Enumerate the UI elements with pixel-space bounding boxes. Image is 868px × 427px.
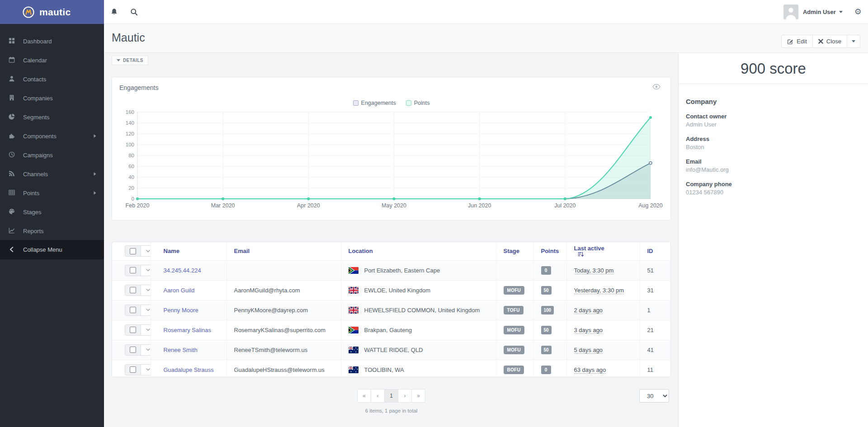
row-menu-button[interactable] xyxy=(141,325,151,335)
user-menu[interactable]: Admin User xyxy=(803,9,836,15)
checkbox-icon xyxy=(130,327,136,333)
last-active-link[interactable]: Yesterday, 3:30 pm xyxy=(574,287,624,294)
sidebar-item-label: Contacts xyxy=(23,76,46,83)
details-toggle-label: DETAILS xyxy=(123,58,143,63)
sidebar-item-calendar[interactable]: Calendar xyxy=(0,51,104,70)
row-menu-button[interactable] xyxy=(141,246,151,256)
contact-link[interactable]: Guadalupe Strauss xyxy=(164,366,214,373)
column-header-email[interactable]: Email xyxy=(226,242,341,260)
svg-text:Aug 2020: Aug 2020 xyxy=(638,202,663,209)
company-info: Company Contact ownerAdmin UserAddressBo… xyxy=(679,84,868,196)
pager-button--[interactable]: « xyxy=(357,389,371,403)
column-header-stage[interactable]: Stage xyxy=(496,242,533,260)
row-checkbox[interactable] xyxy=(125,285,141,296)
company-fields: Contact ownerAdmin UserAddressBostonEmai… xyxy=(686,113,861,196)
sidebar-item-segments[interactable]: Segments xyxy=(0,108,104,127)
stage-badge: TOFU xyxy=(504,306,524,314)
row-select-group xyxy=(125,285,151,296)
contact-link[interactable]: Renee Smith xyxy=(164,347,198,353)
gear-icon[interactable]: ⚙ xyxy=(854,8,862,16)
sidebar-item-reports[interactable]: Reports xyxy=(0,221,104,240)
column-header-last-active[interactable]: Last active xyxy=(566,242,640,260)
last-active-link[interactable]: Today, 3:30 pm xyxy=(574,267,614,274)
cell-name: Renee Smith xyxy=(151,340,226,360)
more-actions-button[interactable] xyxy=(847,35,860,48)
stage-badge: MOFU xyxy=(504,286,525,295)
mautic-logo[interactable]: mautic xyxy=(0,0,104,24)
engagements-chart: 020406080100120140160Feb 2020Mar 2020Apr… xyxy=(126,109,664,213)
details-toggle[interactable]: DETAILS xyxy=(112,56,148,65)
page-size-select[interactable]: 30 xyxy=(639,389,669,403)
legend-item-engagements[interactable]: Engagements xyxy=(353,100,396,106)
chevron-down-icon xyxy=(146,289,150,291)
checkbox-icon xyxy=(130,347,136,353)
last-active-link[interactable]: 63 days ago xyxy=(574,366,606,374)
user-area: Admin User ⚙ xyxy=(783,5,862,19)
sidebar-item-channels[interactable]: Channels xyxy=(0,164,104,183)
row-checkbox[interactable] xyxy=(125,246,141,256)
avatar[interactable] xyxy=(783,5,798,19)
svg-text:Feb 2020: Feb 2020 xyxy=(126,202,149,209)
row-checkbox[interactable] xyxy=(125,345,141,355)
chevron-down-icon xyxy=(146,368,150,371)
gb-flag-icon xyxy=(349,287,359,294)
contact-link[interactable]: Penny Moore xyxy=(164,307,198,314)
svg-text:80: 80 xyxy=(128,153,134,158)
sidebar-item-stages[interactable]: Stages xyxy=(0,202,104,221)
sidebar-item-components[interactable]: Components xyxy=(0,127,104,145)
column-header-points[interactable]: Points xyxy=(533,242,566,260)
cell-location: HEWELSFIELD COMMON, United Kingdom xyxy=(341,300,496,320)
building-icon xyxy=(9,94,16,102)
row-select-group xyxy=(125,344,151,356)
sidebar-item-points[interactable]: Points xyxy=(0,183,104,202)
pager-button--[interactable]: ‹ xyxy=(371,389,385,403)
legend-item-points[interactable]: Points xyxy=(406,100,430,106)
cell-id: 11 xyxy=(640,360,670,377)
submenu-caret-icon xyxy=(93,191,97,195)
cell-stage: BOFU xyxy=(496,360,533,377)
row-select-cell xyxy=(112,260,151,280)
stage-badge: MOFU xyxy=(504,346,525,354)
last-active-link[interactable]: 3 days ago xyxy=(574,327,603,334)
search-button[interactable] xyxy=(124,0,144,23)
edit-button[interactable]: Edit xyxy=(781,35,812,48)
row-checkbox[interactable] xyxy=(125,325,141,335)
row-menu-button[interactable] xyxy=(141,365,151,375)
row-checkbox[interactable] xyxy=(125,265,141,276)
row-checkbox[interactable] xyxy=(125,305,141,315)
cell-id: 51 xyxy=(640,260,670,280)
contact-link[interactable]: 34.245.44.224 xyxy=(164,267,201,274)
contact-link[interactable]: Rosemary Salinas xyxy=(164,327,212,333)
notifications-button[interactable] xyxy=(104,0,124,23)
collapse-menu-button[interactable]: Collapse Menu xyxy=(0,240,104,259)
pager-button-page-1[interactable]: 1 xyxy=(384,389,398,403)
checkbox-icon xyxy=(130,248,136,254)
sidebar-item-companies[interactable]: Companies xyxy=(0,89,104,108)
table-body: 34.245.44.224Port Elizabeth, Eastern Cap… xyxy=(112,260,670,377)
mautic-logo-icon xyxy=(22,5,35,19)
close-button[interactable]: Close xyxy=(812,35,847,48)
points-badge: 50 xyxy=(541,326,552,334)
pagination: «‹1›» xyxy=(112,389,671,403)
row-menu-button[interactable] xyxy=(141,285,151,296)
cell-location: Brakpan, Gauteng xyxy=(341,320,496,340)
row-select-cell xyxy=(112,340,151,360)
pager-button--[interactable]: » xyxy=(411,389,425,403)
row-menu-button[interactable] xyxy=(141,265,151,276)
eye-icon[interactable] xyxy=(652,84,660,90)
column-header-location[interactable]: Location xyxy=(341,242,496,260)
last-active-link[interactable]: 2 days ago xyxy=(574,307,603,314)
last-active-link[interactable]: 5 days ago xyxy=(574,347,603,354)
row-menu-button[interactable] xyxy=(141,345,151,355)
sidebar-item-dashboard[interactable]: Dashboard xyxy=(0,32,104,51)
column-header-name[interactable]: Name xyxy=(151,242,226,260)
sidebar-item-campaigns[interactable]: Campaigns xyxy=(0,145,104,164)
column-header-id[interactable]: ID xyxy=(640,242,670,260)
contacts-table-panel: NameEmailLocationStagePointsLast activeI… xyxy=(112,242,671,377)
pager-button--[interactable]: › xyxy=(398,389,412,403)
sidebar-item-contacts[interactable]: Contacts xyxy=(0,70,104,89)
contact-link[interactable]: Aaron Guild xyxy=(164,287,195,294)
row-menu-button[interactable] xyxy=(141,305,151,315)
row-checkbox[interactable] xyxy=(125,365,141,375)
logo-text: mautic xyxy=(39,7,71,18)
